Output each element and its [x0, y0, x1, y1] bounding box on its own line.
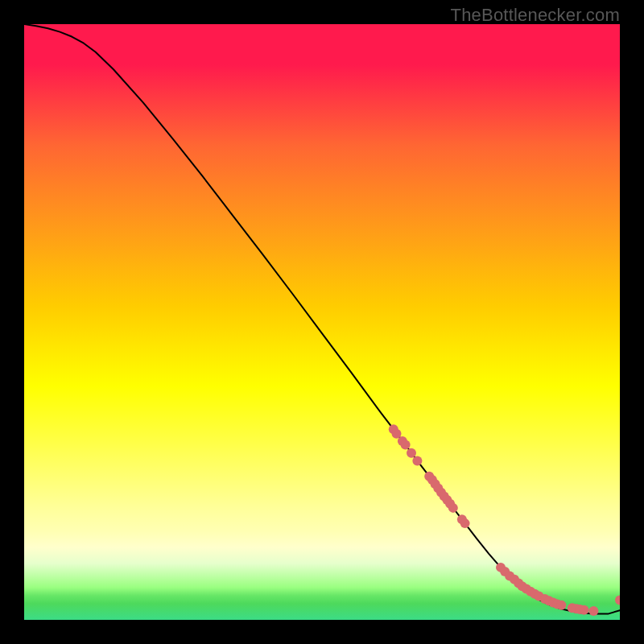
scatter-point: [448, 503, 458, 513]
scatter-point: [412, 456, 422, 465]
chart-overlay-svg: [24, 24, 620, 620]
curve-line: [24, 24, 620, 614]
watermark-text: TheBottlenecker.com: [451, 5, 620, 26]
scatter-point: [580, 605, 589, 615]
scatter-point: [407, 448, 416, 458]
chart-stage: TheBottlenecker.com: [0, 0, 644, 644]
scatter-point: [556, 601, 566, 610]
scatter-point: [588, 606, 598, 616]
scatter-point: [460, 518, 470, 528]
scatter-point: [401, 440, 411, 449]
plot-area: [24, 24, 620, 620]
scatter-point: [615, 596, 620, 605]
